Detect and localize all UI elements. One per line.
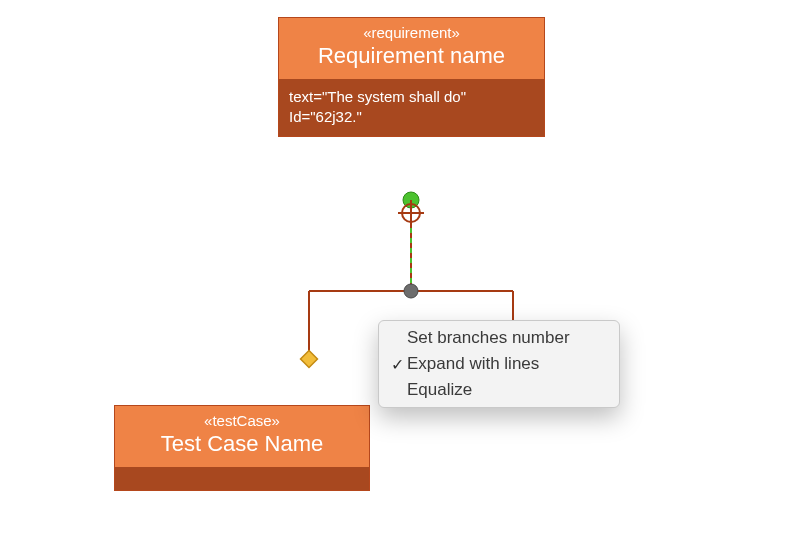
endpoint-top-icon[interactable] (403, 192, 419, 208)
testcase-node[interactable]: «testCase» Test Case Name (114, 405, 370, 491)
context-menu-item-expand-lines[interactable]: ✓ Expand with lines (379, 351, 619, 377)
context-menu-label: Equalize (407, 380, 607, 400)
requirement-text-line: text="The system shall do" (289, 87, 534, 107)
testcase-title: Test Case Name (123, 431, 361, 457)
testcase-stereotype: «testCase» (123, 412, 361, 429)
endpoint-diamond-icon[interactable] (301, 351, 318, 368)
testcase-header: «testCase» Test Case Name (115, 406, 369, 467)
junction-dot-icon[interactable] (404, 284, 418, 298)
crosshair-ring-icon[interactable] (402, 204, 420, 222)
testcase-body (115, 467, 369, 490)
requirement-id-line: Id="62j32." (289, 107, 534, 127)
context-menu-label: Set branches number (407, 328, 607, 348)
context-menu-label: Expand with lines (407, 354, 607, 374)
context-menu-item-equalize[interactable]: Equalize (379, 377, 619, 403)
svg-rect-0 (301, 351, 318, 368)
requirement-title: Requirement name (287, 43, 536, 69)
requirement-stereotype: «requirement» (287, 24, 536, 41)
requirement-body: text="The system shall do" Id="62j32." (279, 79, 544, 136)
context-menu-item-set-branches[interactable]: Set branches number (379, 325, 619, 351)
requirement-node[interactable]: «requirement» Requirement name text="The… (278, 17, 545, 137)
context-menu[interactable]: Set branches number ✓ Expand with lines … (378, 320, 620, 408)
check-icon: ✓ (387, 355, 407, 374)
requirement-header: «requirement» Requirement name (279, 18, 544, 79)
